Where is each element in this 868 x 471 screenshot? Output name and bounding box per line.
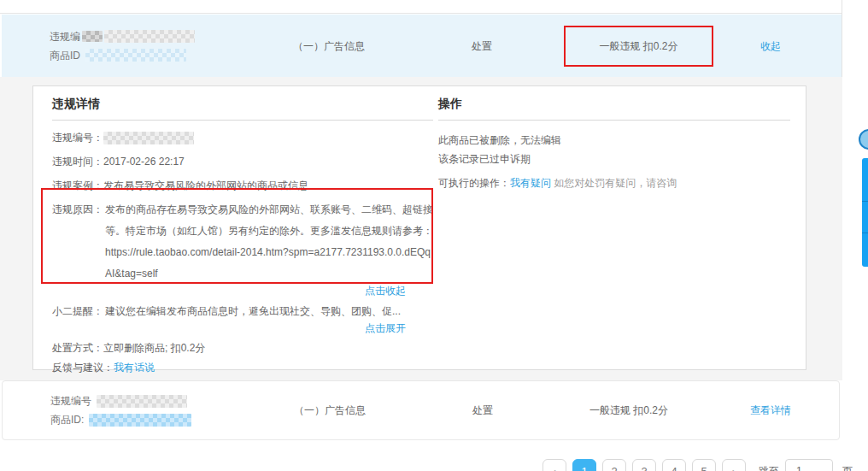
violation-record-header: 违规编 商品ID （一）广告信息 处置 一般违规 扣0.2分 收起 xyxy=(2,15,842,77)
floating-help-bubble-icon[interactable] xyxy=(859,129,868,150)
record2-action-column-label: 处置 xyxy=(472,403,493,418)
disposal-label: 处置方式： xyxy=(52,342,103,355)
record2-redacted-violation-number xyxy=(97,395,187,408)
product-id-line: 商品ID xyxy=(50,46,195,65)
floating-toolbar[interactable] xyxy=(862,158,868,267)
reason-collapse-row: 点击收起 xyxy=(52,285,433,297)
redacted-product-id xyxy=(85,49,186,62)
violation-detail-panel: 违规详情 违规编号： 违规时间： 2017-02-26 22:17 违规案例： … xyxy=(32,85,806,370)
i-have-question-link[interactable]: 我有疑问 xyxy=(510,177,551,189)
detail-title: 违规详情 xyxy=(52,97,433,121)
status-line-appeal-expired: 该条记录已过申诉期 xyxy=(438,150,790,168)
available-actions-label: 可执行的操作： xyxy=(438,177,510,189)
redacted-violation-number-value xyxy=(103,132,194,144)
page-button-5[interactable]: 5 xyxy=(692,459,716,471)
page-button-2[interactable]: 2 xyxy=(602,459,626,471)
available-actions-row: 可执行的操作：我有疑问 如您对处罚有疑问，请咨询 xyxy=(438,177,790,190)
prev-page-button[interactable]: ‹ xyxy=(542,459,566,471)
violation-time-row: 违规时间： 2017-02-26 22:17 xyxy=(52,156,433,168)
feedback-label: 反馈与建议： xyxy=(52,362,114,374)
product-id-label: 商品ID xyxy=(50,46,80,65)
violation-detail-column: 违规详情 违规编号： 违规时间： 2017-02-26 22:17 违规案例： … xyxy=(52,97,433,374)
feedback-row: 反馈与建议： 我有话说 xyxy=(52,362,433,374)
violation-number-row: 违规编号： xyxy=(52,132,433,144)
violation-detail-section: 违规详情 违规编号： 违规时间： 2017-02-26 22:17 违规案例： … xyxy=(0,77,842,380)
operations-title: 操作 xyxy=(438,97,790,121)
violation-number-line: 违规编 xyxy=(50,27,195,46)
status-line-deleted: 此商品已被删除，无法编辑 xyxy=(438,131,790,150)
violation-case-row: 违规案例： 发布易导致交易风险的外部网站的商品或信息 xyxy=(52,180,433,192)
record-id-block: 违规编 商品ID xyxy=(50,27,195,65)
action-column-label: 处置 xyxy=(472,38,492,53)
disposal-value: 立即删除商品; 扣0.2分 xyxy=(103,342,205,355)
reminder-expand-row: 点击展开 xyxy=(52,322,433,335)
violation-time-value: 2017-02-26 22:17 xyxy=(103,156,185,168)
next-page-button[interactable]: › xyxy=(722,459,746,471)
record2-violation-number-label: 违规编号 xyxy=(50,392,91,410)
expand-reminder-link[interactable]: 点击展开 xyxy=(365,322,406,334)
view-details-link[interactable]: 查看详情 xyxy=(750,403,791,418)
violation-case-label: 违规案例： xyxy=(52,180,103,192)
violation-time-label: 违规时间： xyxy=(52,156,103,168)
feedback-link[interactable]: 我有话说 xyxy=(114,362,155,374)
collapse-reason-link[interactable]: 点击收起 xyxy=(365,285,406,297)
record2-id-block: 违规编号 商品ID: xyxy=(50,392,191,429)
violation-number-label: 违规编 xyxy=(50,27,80,46)
violation-reason-text: 发布的商品存在易导致交易风险的外部网站、联系账号、二维码、超链接等。特定市场（如… xyxy=(105,199,433,285)
violation-category: （一）广告信息 xyxy=(293,38,365,53)
page-button-1[interactable]: 1 xyxy=(572,459,596,471)
record2-penalty-text: 一般违规 扣0.2分 xyxy=(565,403,693,418)
toolbar-divider xyxy=(862,233,868,233)
penalty-highlight-box: 一般违规 扣0.2分 xyxy=(564,26,713,67)
violation-case-value: 发布易导致交易风险的外部网站的商品或信息 xyxy=(103,180,308,192)
page-unit-label: 页 xyxy=(842,459,853,471)
toolbar-divider xyxy=(862,201,868,202)
actions-hint-text: 如您对处罚有疑问，请咨询 xyxy=(554,177,677,189)
operations-column: 操作 此商品已被删除，无法编辑 该条记录已过申诉期 可执行的操作：我有疑问 如您… xyxy=(438,97,790,190)
record2-product-id-label: 商品ID: xyxy=(50,410,84,429)
page-top-strip xyxy=(0,0,842,14)
staff-reminder-row: 小二提醒： 建议您在编辑发布商品信息时，避免出现社交、导购、团购、促... xyxy=(52,301,433,322)
page-button-3[interactable]: 3 xyxy=(632,459,656,471)
collapse-record-link[interactable]: 收起 xyxy=(760,38,781,53)
record2-product-id-line: 商品ID: xyxy=(50,410,191,429)
page-button-4[interactable]: 4 xyxy=(662,459,686,471)
record2-violation-category: （一）广告信息 xyxy=(294,403,366,418)
violation-reason-row: 违规原因： 发布的商品存在易导致交易风险的外部网站、联系账号、二维码、超链接等。… xyxy=(52,199,433,285)
penalty-text: 一般违规 扣0.2分 xyxy=(599,39,677,54)
staff-reminder-label: 小二提醒： xyxy=(52,301,105,322)
record2-redacted-product-id xyxy=(89,414,191,427)
jump-to-label: 跳至 xyxy=(759,459,779,471)
redacted-violation-number xyxy=(104,30,195,43)
disposal-row: 处置方式： 立即删除商品; 扣0.2分 xyxy=(52,342,433,355)
pagination: ‹ 12345 › 跳至 页 xyxy=(542,459,853,471)
violation-reason-label: 违规原因： xyxy=(52,199,105,285)
record2-violation-number-line: 违规编号 xyxy=(50,392,191,410)
staff-reminder-text: 建议您在编辑发布商品信息时，避免出现社交、导购、团购、促... xyxy=(105,301,433,322)
jump-page-input[interactable] xyxy=(785,459,833,471)
collapsed-violation-record: 违规编号 商品ID: （一）广告信息 处置 一般违规 扣0.2分 查看详情 xyxy=(2,380,840,440)
operation-status: 此商品已被删除，无法编辑 该条记录已过申诉期 xyxy=(438,131,790,168)
redacted-violation-number-part xyxy=(82,31,103,42)
violation-number-field-label: 违规编号： xyxy=(52,132,103,144)
